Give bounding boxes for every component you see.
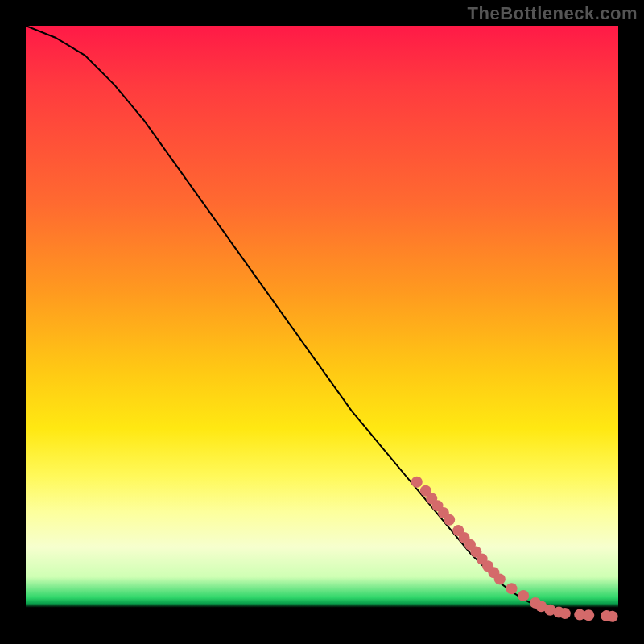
- data-point: [494, 573, 506, 584]
- data-point: [506, 583, 518, 594]
- curve-line: [26, 26, 618, 617]
- scatter-points: [411, 477, 618, 622]
- curve-path: [26, 26, 618, 617]
- plot-area: [26, 26, 618, 618]
- data-point: [411, 477, 423, 488]
- chart-svg: [26, 26, 618, 618]
- data-point: [607, 611, 618, 622]
- chart-container: TheBottleneck.com: [0, 0, 644, 644]
- data-point: [518, 590, 529, 601]
- data-point: [559, 608, 571, 619]
- watermark-text: TheBottleneck.com: [468, 3, 638, 24]
- data-point: [583, 609, 594, 621]
- data-point: [444, 514, 455, 526]
